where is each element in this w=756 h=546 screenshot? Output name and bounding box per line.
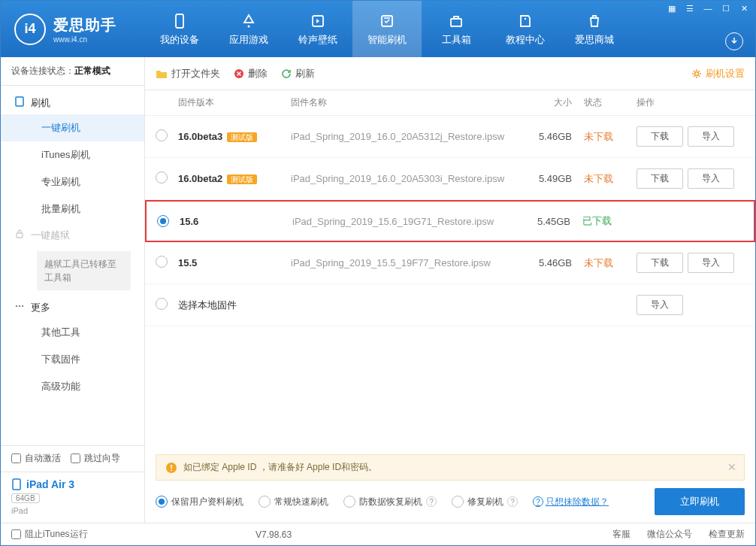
import-button[interactable]: 导入 <box>688 168 734 189</box>
table-row[interactable]: 16.0beta2测试版 iPad_Spring_2019_16.0_20A53… <box>145 158 755 200</box>
app-header: i4 爱思助手 www.i4.cn 我的设备应用游戏铃声壁纸智能刷机工具箱教程中… <box>1 1 755 57</box>
table-header: 固件版本 固件名称 大小 状态 操作 <box>145 90 755 116</box>
status-label: 已下载 <box>582 215 612 226</box>
app-site: www.i4.cn <box>53 35 116 44</box>
download-button[interactable]: 下载 <box>637 126 683 147</box>
beta-badge: 测试版 <box>227 132 257 142</box>
sidebar-section-flash[interactable]: 刷机 <box>1 90 144 114</box>
app-menu-icon[interactable]: ▦ <box>665 2 679 14</box>
logo-icon: i4 <box>14 14 46 45</box>
minimize-icon[interactable]: — <box>701 2 715 14</box>
toolbar: 打开文件夹 删除 刷新 刷机设置 <box>145 57 755 90</box>
table-row[interactable]: 15.6 iPad_Spring_2019_15.6_19G71_Restore… <box>145 200 755 242</box>
device-info[interactable]: iPad Air 3 64GB iPad <box>1 472 144 523</box>
tab-icon <box>378 12 396 30</box>
block-itunes-checkbox[interactable]: 阻止iTunes运行 <box>11 528 88 541</box>
sidebar-section-more[interactable]: 更多 <box>1 295 144 319</box>
sidebar-item-download[interactable]: 下载固件 <box>1 346 144 373</box>
warning-icon <box>165 462 177 474</box>
table-row[interactable]: 16.0beta3测试版 iPad_Spring_2019_16.0_20A53… <box>145 116 755 158</box>
help-icon[interactable]: ? <box>507 496 518 507</box>
svg-point-9 <box>16 305 17 307</box>
download-button[interactable]: 下载 <box>637 168 683 189</box>
opt-repair[interactable]: 修复刷机? <box>452 496 518 508</box>
sidebar-item-advanced[interactable]: 高级功能 <box>1 373 144 400</box>
import-button[interactable]: 导入 <box>637 295 683 315</box>
svg-rect-4 <box>451 19 461 26</box>
svg-rect-5 <box>454 17 458 19</box>
notice-close-icon[interactable]: ✕ <box>727 461 736 473</box>
refresh-icon <box>281 68 292 79</box>
delete-button[interactable]: 删除 <box>234 67 268 80</box>
refresh-button[interactable]: 刷新 <box>281 67 315 80</box>
table-row[interactable]: 15.5 iPad_Spring_2019_15.5_19F77_Restore… <box>145 242 755 284</box>
tab-6[interactable]: 爱思商城 <box>560 1 629 57</box>
footer-wechat[interactable]: 微信公众号 <box>647 528 692 541</box>
col-size: 大小 <box>519 96 572 109</box>
close-icon[interactable]: ✕ <box>737 2 751 14</box>
opt-anti-recovery[interactable]: 防数据恢复刷机? <box>343 496 437 508</box>
row-radio[interactable] <box>156 171 168 184</box>
svg-rect-8 <box>17 233 23 238</box>
open-folder-button[interactable]: 打开文件夹 <box>156 67 220 80</box>
flash-now-button[interactable]: 立即刷机 <box>655 488 745 515</box>
tab-icon <box>309 12 327 30</box>
tab-4[interactable]: 工具箱 <box>422 1 491 57</box>
row-radio[interactable] <box>156 256 168 268</box>
tab-3[interactable]: 智能刷机 <box>352 1 422 57</box>
more-icon <box>14 301 25 311</box>
maximize-icon[interactable]: ☐ <box>719 2 733 14</box>
notice-bar: 如已绑定 Apple ID ，请准备好 Apple ID和密码。 ✕ <box>156 454 745 481</box>
lock-icon <box>14 229 25 239</box>
tab-5[interactable]: 教程中心 <box>491 1 560 57</box>
device-icon <box>11 478 22 490</box>
table-row-local[interactable]: 选择本地固件 导入 <box>145 284 755 326</box>
svg-rect-16 <box>171 465 172 469</box>
status-label: 未下载 <box>584 173 613 184</box>
tab-icon <box>516 12 534 30</box>
tab-1[interactable]: 应用游戏 <box>214 1 283 57</box>
help-icon[interactable]: ? <box>426 496 437 507</box>
flash-icon <box>14 96 25 107</box>
sidebar-item-oneclick[interactable]: 一键刷机 <box>1 114 144 141</box>
flash-settings-button[interactable]: 刷机设置 <box>691 67 745 80</box>
sidebar-item-batch[interactable]: 批量刷机 <box>1 196 144 223</box>
import-button[interactable]: 导入 <box>688 126 734 147</box>
auto-activate-checkbox[interactable]: 自动激活 <box>11 452 61 465</box>
svg-rect-17 <box>171 469 172 471</box>
sidebar-item-other[interactable]: 其他工具 <box>1 319 144 346</box>
sidebar-item-pro[interactable]: 专业刷机 <box>1 168 144 196</box>
row-radio[interactable] <box>156 129 168 141</box>
tab-icon <box>171 12 189 30</box>
svg-point-14 <box>695 71 699 75</box>
notice-text: 如已绑定 Apple ID ，请准备好 Apple ID和密码。 <box>183 461 377 474</box>
opt-normal[interactable]: 常规快速刷机 <box>259 496 328 508</box>
svg-point-11 <box>22 305 23 307</box>
skip-guide-checkbox[interactable]: 跳过向导 <box>71 452 120 465</box>
sidebar-section-jailbreak[interactable]: 一键越狱 <box>1 223 144 247</box>
status-label: 未下载 <box>584 131 613 142</box>
footer-service[interactable]: 客服 <box>612 528 631 541</box>
tab-icon <box>447 12 465 30</box>
window-controls: ▦ ☰ — ☐ ✕ <box>665 2 751 14</box>
device-type: iPad <box>11 506 134 515</box>
col-status: 状态 <box>572 96 624 109</box>
import-button[interactable]: 导入 <box>688 253 734 273</box>
opt-keep-data[interactable]: 保留用户资料刷机 <box>156 496 243 508</box>
tab-icon <box>240 12 258 30</box>
tab-2[interactable]: 铃声壁纸 <box>283 1 352 57</box>
erase-link[interactable]: ?只想抹除数据？ <box>533 496 609 508</box>
svg-rect-0 <box>176 14 183 28</box>
download-manager-icon[interactable] <box>725 32 743 50</box>
logo: i4 爱思助手 www.i4.cn <box>1 14 145 45</box>
download-button[interactable]: 下载 <box>637 253 683 273</box>
jailbreak-note: 越狱工具已转移至工具箱 <box>37 251 131 290</box>
connection-status: 设备连接状态：正常模式 <box>1 57 144 86</box>
tab-0[interactable]: 我的设备 <box>145 1 214 57</box>
list-icon[interactable]: ☰ <box>683 2 697 14</box>
gear-icon <box>691 68 702 79</box>
footer-update[interactable]: 检查更新 <box>709 528 745 541</box>
row-radio[interactable] <box>156 298 168 310</box>
sidebar-item-itunes[interactable]: iTunes刷机 <box>1 141 144 168</box>
row-radio[interactable] <box>157 215 169 227</box>
